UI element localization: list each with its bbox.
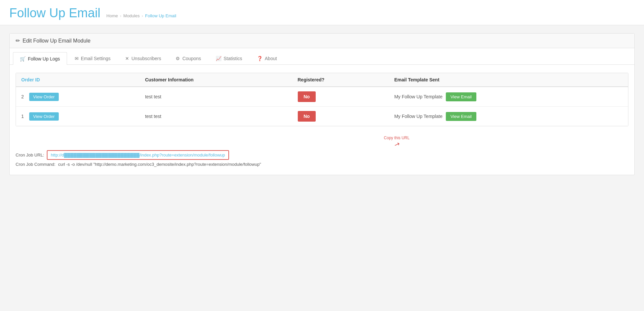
logs-table-wrapper: Order ID Customer Information Registered… [16, 73, 628, 126]
col-header-order-id[interactable]: Order ID [16, 73, 140, 87]
view-order-button-2[interactable]: View Order [29, 112, 59, 121]
cell-registered-2: No [292, 107, 389, 126]
tab-about[interactable]: ❓ About [250, 52, 284, 64]
cell-order-id-1: 2 View Order [16, 87, 140, 107]
cart-icon: 🛒 [20, 56, 26, 61]
col-header-email-template: Email Template Sent [389, 73, 628, 87]
cron-url-row: Cron Job URL: http://d▓▓▓▓▓▓▓▓▓▓▓▓▓▓▓▓▓▓… [16, 150, 628, 160]
breadcrumb-modules[interactable]: Modules [123, 13, 140, 18]
page-wrapper: Follow Up Email Home › Modules › Follow … [0, 0, 644, 311]
breadcrumb: Home › Modules › Follow Up Email [107, 13, 176, 18]
tab-statistics-label: Statistics [224, 56, 242, 61]
table-row: 2 View Order test test No [16, 87, 628, 107]
cron-command-label: Cron Job Command: [16, 162, 55, 167]
registered-no-button-1: No [298, 91, 316, 102]
cell-email-template-2: My Follow Up Template View Email [389, 107, 628, 126]
content-area: ✏ Edit Follow Up Email Module 🛒 Follow U… [0, 25, 644, 190]
cell-registered-1: No [292, 87, 389, 107]
tab-follow-up-logs[interactable]: 🛒 Follow Up Logs [13, 52, 67, 65]
tab-about-label: About [265, 56, 277, 61]
panel-body: 🛒 Follow Up Logs ✉ Email Settings ✕ Unsu… [10, 48, 634, 175]
email-template-cell-2: My Follow Up Template View Email [394, 112, 623, 121]
table-row: 1 View Order test test No [16, 107, 628, 126]
template-name-1: My Follow Up Template [394, 94, 443, 99]
arrow-down-icon: ↙ [393, 140, 401, 150]
order-id-num-2: 1 [21, 114, 24, 119]
view-order-button-1[interactable]: View Order [29, 93, 59, 101]
tab-unsubscribers-label: Unsubscribers [131, 56, 161, 61]
registered-no-button-2: No [298, 111, 316, 122]
cron-command-row: Cron Job Command: curl -s -o /dev/null "… [16, 162, 628, 167]
tab-email-settings-label: Email Settings [81, 56, 111, 61]
page-header: Follow Up Email Home › Modules › Follow … [0, 0, 644, 25]
breadcrumb-sep2: › [142, 13, 143, 18]
cron-url-link[interactable]: http://d▓▓▓▓▓▓▓▓▓▓▓▓▓▓▓▓▓▓▓▓▓▓▓▓/index.p… [47, 150, 229, 160]
question-icon: ❓ [257, 56, 263, 61]
email-icon: ✉ [75, 56, 79, 61]
tab-statistics[interactable]: 📈 Statistics [209, 52, 249, 64]
cell-customer-info-2: test test [140, 107, 292, 126]
tab-follow-up-logs-label: Follow Up Logs [28, 56, 60, 61]
breadcrumb-current[interactable]: Follow Up Email [145, 13, 176, 18]
cell-customer-info-1: test test [140, 87, 292, 107]
tab-content: Order ID Customer Information Registered… [10, 65, 634, 175]
cell-email-template-1: My Follow Up Template View Email [389, 87, 628, 107]
breadcrumb-sep1: › [120, 13, 121, 18]
template-name-2: My Follow Up Template [394, 114, 443, 119]
cron-section: Copy this URL ↙ Cron Job URL: http://d▓▓… [16, 136, 628, 167]
col-header-registered: Registered? [292, 73, 389, 87]
share-icon: ⚙ [176, 56, 180, 61]
logs-table: Order ID Customer Information Registered… [16, 73, 628, 126]
view-email-button-2[interactable]: View Email [446, 112, 476, 121]
tab-coupons-label: Coupons [182, 56, 201, 61]
tab-email-settings[interactable]: ✉ Email Settings [68, 52, 118, 64]
tab-coupons[interactable]: ⚙ Coupons [169, 52, 208, 64]
page-title: Follow Up Email [9, 6, 101, 20]
view-email-button-1[interactable]: View Email [446, 92, 476, 101]
pencil-icon: ✏ [16, 38, 20, 44]
col-header-customer-info: Customer Information [140, 73, 292, 87]
panel-heading: ✏ Edit Follow Up Email Module [10, 34, 634, 48]
cell-order-id-2: 1 View Order [16, 107, 140, 126]
main-panel: ✏ Edit Follow Up Email Module 🛒 Follow U… [9, 33, 635, 175]
order-id-cell-2: 1 View Order [21, 112, 134, 121]
copy-hint-text: Copy this URL [384, 136, 409, 140]
table-header-row: Order ID Customer Information Registered… [16, 73, 628, 87]
order-id-num-1: 2 [21, 94, 24, 99]
cron-command-value: curl -s -o /dev/null "http://demo.market… [58, 162, 261, 167]
email-template-cell-1: My Follow Up Template View Email [394, 92, 623, 101]
copy-url-annotation: Copy this URL ↙ [165, 136, 628, 149]
breadcrumb-home[interactable]: Home [107, 13, 118, 18]
cron-url-label: Cron Job URL: [16, 153, 44, 157]
times-icon: ✕ [125, 56, 129, 61]
order-id-cell-1: 2 View Order [21, 93, 134, 101]
chart-icon: 📈 [216, 56, 221, 61]
panel-heading-text: Edit Follow Up Email Module [23, 38, 91, 44]
tab-bar: 🛒 Follow Up Logs ✉ Email Settings ✕ Unsu… [10, 48, 634, 65]
tab-unsubscribers[interactable]: ✕ Unsubscribers [118, 52, 168, 64]
